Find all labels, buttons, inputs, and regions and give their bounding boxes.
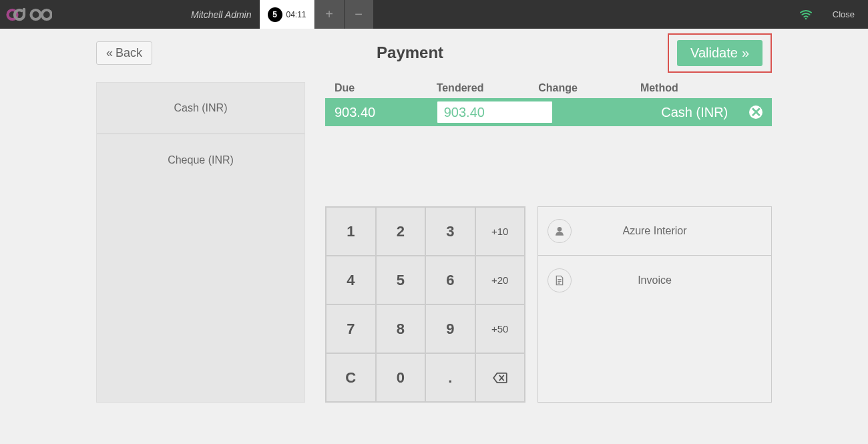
customer-button[interactable]: Azure Interior xyxy=(538,207,771,256)
invoice-label: Invoice xyxy=(572,274,771,286)
user-name[interactable]: Mitchell Admin xyxy=(191,9,252,20)
payment-method-cash[interactable]: Cash (INR) xyxy=(97,83,304,134)
payment-method-cheque[interactable]: Cheque (INR) xyxy=(97,134,304,186)
due-value: 903.40 xyxy=(335,105,436,120)
payment-methods: Cash (INR) Cheque (INR) xyxy=(96,82,305,403)
key-8[interactable]: 8 xyxy=(376,304,426,353)
topbar: Mitchell Admin 5 04:11 + − Close xyxy=(0,0,868,29)
back-label: Back xyxy=(116,46,142,60)
col-method: Method xyxy=(640,82,763,94)
col-change: Change xyxy=(538,82,640,94)
svg-point-3 xyxy=(805,17,807,19)
user-icon xyxy=(548,219,572,243)
order-time: 04:11 xyxy=(286,10,306,19)
col-tendered: Tendered xyxy=(437,82,539,94)
document-icon xyxy=(548,268,572,292)
key-4[interactable]: 4 xyxy=(326,256,376,304)
key-7[interactable]: 7 xyxy=(326,304,376,353)
odoo-logo xyxy=(0,0,57,29)
svg-point-2 xyxy=(42,10,51,19)
validate-label: Validate xyxy=(690,45,738,61)
chevron-right-icon: » xyxy=(742,45,749,61)
remove-payment-line-icon[interactable]: ✕ xyxy=(749,105,763,119)
side-actions: Azure Interior Invoice xyxy=(537,206,772,403)
wifi-icon xyxy=(793,9,819,20)
close-button[interactable]: Close xyxy=(819,9,868,19)
backspace-icon xyxy=(493,373,507,383)
key-dot[interactable]: . xyxy=(425,353,475,402)
order-chip[interactable]: 5 04:11 xyxy=(260,0,314,29)
col-due: Due xyxy=(335,82,437,94)
key-9[interactable]: 9 xyxy=(425,304,475,353)
keypad: 1 2 3 +10 4 5 6 +20 7 8 9 xyxy=(325,206,525,403)
key-backspace[interactable] xyxy=(475,353,525,402)
key-6[interactable]: 6 xyxy=(425,256,475,304)
key-plus10[interactable]: +10 xyxy=(475,207,525,256)
invoice-button[interactable]: Invoice xyxy=(538,256,771,304)
back-button[interactable]: « Back xyxy=(96,41,152,65)
payment-columns: Due Tendered Change Method xyxy=(325,82,772,98)
validate-button[interactable]: Validate » xyxy=(677,40,763,66)
customer-label: Azure Interior xyxy=(572,225,771,237)
order-number: 5 xyxy=(268,7,282,22)
svg-point-1 xyxy=(31,10,41,19)
key-2[interactable]: 2 xyxy=(376,207,426,256)
tendered-input[interactable]: 903.40 xyxy=(436,100,554,124)
page-title: Payment xyxy=(152,43,668,62)
svg-point-4 xyxy=(558,227,562,232)
remove-order-button[interactable]: − xyxy=(345,0,373,29)
key-0[interactable]: 0 xyxy=(376,353,426,402)
key-1[interactable]: 1 xyxy=(326,207,376,256)
key-3[interactable]: 3 xyxy=(425,207,475,256)
payment-line[interactable]: 903.40 903.40 Cash (INR) ✕ xyxy=(325,98,772,126)
key-plus20[interactable]: +20 xyxy=(475,256,525,304)
add-order-button[interactable]: + xyxy=(315,0,344,29)
key-plus50[interactable]: +50 xyxy=(475,304,525,353)
validate-highlight: Validate » xyxy=(668,33,772,73)
chevron-left-icon: « xyxy=(106,46,113,60)
key-clear[interactable]: C xyxy=(326,353,376,402)
method-value: Cash (INR) xyxy=(661,105,728,120)
key-5[interactable]: 5 xyxy=(376,256,426,304)
